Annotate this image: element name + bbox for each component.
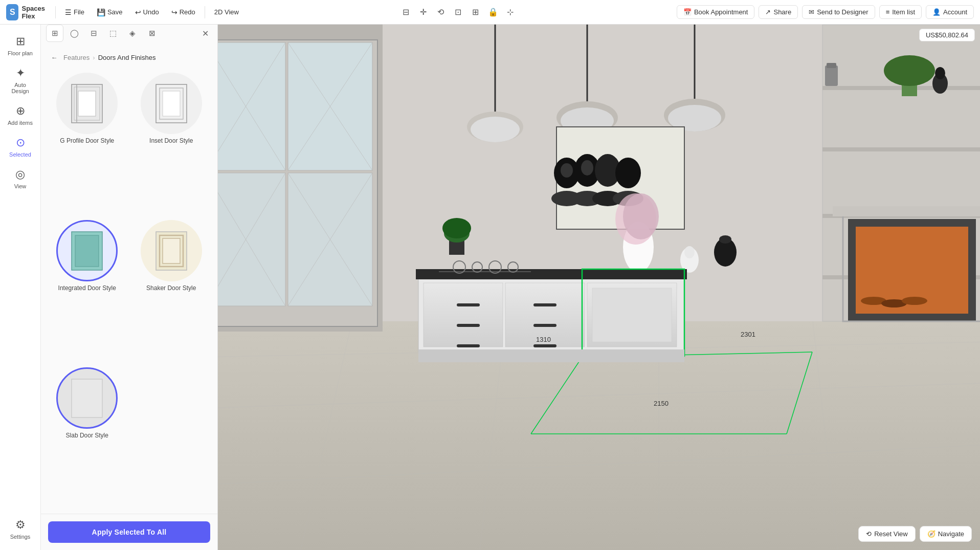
kitchen-scene-svg: 1310 2301 2150: [218, 25, 980, 550]
svg-text:1310: 1310: [536, 336, 551, 343]
hamburger-icon: ☰: [65, 8, 72, 16]
door-styles-grid: G Profile Door Style Inset Door Style: [41, 68, 217, 514]
panel-tabs: ⊞ ◯ ⊟ ⬚ ◈ ⊠ ✕: [41, 25, 217, 45]
door-style-shaker[interactable]: Shaker Door Style: [132, 220, 211, 361]
pointer-tool-icon[interactable]: ⊹: [502, 4, 519, 20]
sidebar-add-items-label: Add items: [8, 120, 33, 126]
filter-tool-icon[interactable]: ⊟: [398, 4, 414, 20]
view-icon: ◎: [15, 168, 25, 181]
svg-rect-41: [822, 147, 980, 151]
send-to-designer-button[interactable]: ✉ Send to Designer: [802, 5, 875, 19]
main-content: ⊞ Floor plan ✦ Auto Design ⊕ Add items ⊙…: [0, 25, 980, 550]
add-items-icon: ⊕: [16, 104, 25, 118]
file-button[interactable]: ☰ File: [60, 6, 90, 18]
inset-label: Inset Door Style: [149, 137, 193, 144]
rotate-tool-icon[interactable]: ⟲: [433, 4, 449, 20]
price-value: US$50,802.64: [926, 31, 968, 39]
panel-close-button[interactable]: ✕: [198, 26, 212, 40]
g-profile-svg: [69, 82, 105, 125]
door-style-integrated[interactable]: Integrated Door Style: [48, 220, 126, 361]
sidebar-item-settings[interactable]: ⚙ Settings: [3, 514, 38, 544]
sidebar-item-view[interactable]: ◎ View: [3, 164, 38, 193]
inset-thumb: [141, 73, 202, 134]
redo-button[interactable]: ↪ Redo: [166, 6, 201, 18]
sidebar-view-label: View: [14, 183, 27, 189]
svg-point-84: [719, 235, 731, 244]
tab-table[interactable]: ⊠: [143, 25, 161, 42]
svg-rect-12: [72, 379, 102, 417]
sidebar-floor-plan-label: Floor plan: [8, 50, 33, 56]
svg-point-53: [884, 55, 935, 86]
breadcrumb-separator: ›: [93, 54, 95, 61]
door-style-g-profile[interactable]: G Profile Door Style: [48, 73, 126, 214]
right-header-buttons: 📅 Book Appointment ↗ Share ✉ Send to Des…: [677, 5, 974, 19]
tab-hex[interactable]: ◈: [124, 25, 141, 42]
apply-selected-to-all-button[interactable]: Apply Selected To All: [48, 521, 210, 543]
navigate-button[interactable]: 🧭 Navigate: [920, 526, 972, 542]
tab-grid2[interactable]: ⊟: [85, 25, 102, 42]
breadcrumb: ← Features › Doors And Finishes: [48, 51, 155, 63]
share-button[interactable]: ↗ Share: [759, 5, 798, 19]
header-tools: ⊟ ✛ ⟲ ⊡ ⊞ 🔒 ⊹: [398, 4, 519, 20]
tab-circle[interactable]: ◯: [65, 25, 83, 42]
item-list-button[interactable]: ≡ Item list: [879, 5, 922, 19]
shaker-label: Shaker Door Style: [146, 284, 196, 292]
svg-rect-40: [822, 86, 980, 90]
viewport[interactable]: 1310 2301 2150 US$50,802.64 ⟲ Reset View: [218, 25, 980, 550]
svg-point-48: [902, 297, 927, 305]
sidebar-item-floor-plan[interactable]: ⊞ Floor plan: [3, 31, 38, 60]
door-style-slab[interactable]: Slab Door Style: [48, 367, 126, 509]
svg-rect-115: [418, 349, 684, 362]
lock-tool-icon[interactable]: 🔒: [485, 4, 501, 20]
sidebar-item-selected[interactable]: ⊙ Selected: [3, 132, 38, 162]
undo-button[interactable]: ↩ Undo: [130, 6, 164, 18]
view-label: 2D View: [214, 8, 239, 16]
svg-rect-99: [533, 344, 556, 347]
list-icon: ≡: [886, 8, 890, 16]
sidebar-item-add-items[interactable]: ⊕ Add items: [3, 100, 38, 130]
svg-text:2150: 2150: [654, 400, 669, 407]
back-arrow-button[interactable]: ←: [48, 51, 60, 63]
book-appointment-button[interactable]: 📅 Book Appointment: [677, 5, 755, 19]
floor-plan-icon: ⊞: [16, 35, 25, 48]
breadcrumb-parent[interactable]: Features: [63, 54, 90, 61]
svg-rect-94: [457, 303, 480, 306]
svg-point-76: [561, 163, 573, 178]
header-divider-1: [55, 6, 56, 18]
sidebar-settings-label: Settings: [10, 534, 31, 540]
shaker-thumb: [141, 220, 202, 281]
svg-rect-96: [457, 344, 480, 347]
svg-point-77: [581, 160, 593, 175]
door-style-inset[interactable]: Inset Door Style: [132, 73, 211, 214]
account-icon: 👤: [932, 8, 941, 16]
svg-rect-6: [163, 91, 180, 116]
svg-rect-91: [424, 283, 503, 347]
tab-split[interactable]: ⬚: [104, 25, 122, 42]
svg-point-80: [623, 193, 659, 239]
move-tool-icon[interactable]: ✛: [415, 4, 432, 20]
navigate-label: Navigate: [938, 530, 964, 538]
g-profile-label: G Profile Door Style: [60, 137, 114, 144]
grid-tool-icon[interactable]: ⊞: [467, 4, 484, 20]
shaker-svg: [153, 229, 189, 273]
reset-view-button[interactable]: ⟲ Reset View: [858, 526, 916, 542]
tab-grid[interactable]: ⊞: [46, 25, 63, 42]
save-icon: 💾: [97, 8, 105, 16]
svg-point-60: [471, 117, 520, 142]
sidebar-item-auto-design[interactable]: ✦ Auto Design: [3, 62, 38, 98]
view-toggle-button[interactable]: 2D View: [209, 6, 244, 18]
save-button[interactable]: 💾 Save: [92, 6, 128, 18]
header-divider-2: [205, 6, 205, 18]
svg-rect-100: [592, 288, 672, 342]
share-label: Share: [773, 8, 791, 16]
scale-tool-icon[interactable]: ⊡: [450, 4, 466, 20]
reset-view-icon: ⟲: [866, 530, 872, 538]
account-button[interactable]: 👤 Account: [926, 5, 974, 19]
sidebar-auto-design-label: Auto Design: [6, 82, 35, 94]
navigate-icon: 🧭: [927, 530, 936, 538]
svg-rect-95: [457, 324, 480, 327]
share-icon: ↗: [765, 8, 771, 16]
redo-label: Redo: [180, 8, 195, 16]
send-label: Send to Designer: [817, 8, 868, 16]
redo-icon: ↪: [171, 8, 177, 16]
